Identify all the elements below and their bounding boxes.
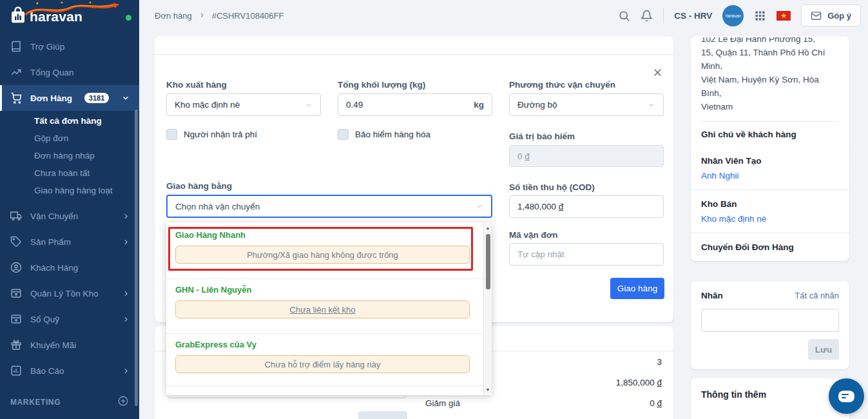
sidebar-item-label: Quản Lý Tồn Kho xyxy=(30,289,99,298)
customer-note-title: Ghi chú về khách hàng xyxy=(701,130,839,139)
tags-card: Nhãn Tất cả nhãn Lưu xyxy=(691,281,849,369)
receiver-pays-row: Người nhận trả phí xyxy=(166,129,257,140)
method-select[interactable]: Đường bộ xyxy=(509,93,664,116)
chevron-right-icon xyxy=(122,315,130,324)
sidebar-item-label: Báo Cáo xyxy=(30,366,64,376)
apps-grid-icon[interactable] xyxy=(754,10,766,22)
orders-count-badge: 3181 xyxy=(84,93,109,103)
insurance-value-label: Giá trị bảo hiểm xyxy=(509,132,575,141)
chevron-right-icon xyxy=(122,238,130,246)
summary-discount-value: 0 đ xyxy=(520,398,662,408)
carrier-warning-link[interactable]: Chưa liên kết kho xyxy=(290,305,356,315)
chevron-right-icon xyxy=(122,367,130,375)
sidebar-item-overview[interactable]: Tổng Quan xyxy=(0,59,139,85)
method-label: Phương thức vận chuyển xyxy=(509,80,615,90)
staff-link[interactable]: Anh Nghii xyxy=(701,171,839,180)
cod-input[interactable]: 1,480,000 đ xyxy=(509,195,664,218)
tags-header: Nhãn Tất cả nhãn xyxy=(701,291,839,300)
warehouse-select[interactable]: Kho mặc định nè xyxy=(166,93,321,116)
search-icon[interactable] xyxy=(618,10,630,22)
dropdown-divider xyxy=(166,385,483,386)
sidebar-item-customers[interactable]: Khách Hàng xyxy=(0,255,139,280)
carrier-warning-text: Chưa hỗ trợ điểm lấy hàng này xyxy=(265,360,381,369)
sidebar-item-shipping[interactable]: Vận Chuyển xyxy=(0,203,139,229)
notification-bell-icon[interactable] xyxy=(641,10,653,22)
avatar[interactable]: haravan xyxy=(722,5,744,26)
insurance-value-input: 0 đ xyxy=(509,145,664,167)
sale-warehouse-section: Kho Bán Kho mặc định nè xyxy=(691,190,849,233)
address-line-clipped: 102 Lê Đại Hành Phường 15, Phường xyxy=(701,37,839,46)
chat-bubble-button[interactable] xyxy=(829,378,864,414)
scroll-up-icon[interactable]: ▲ xyxy=(484,226,492,230)
tracking-input-wrap xyxy=(509,243,664,266)
address-line: Vietnam xyxy=(701,100,839,113)
feedback-button[interactable]: Góp ý xyxy=(801,5,861,26)
save-tags-button[interactable]: Lưu xyxy=(808,339,839,360)
sidebar-item-label: Khuyến Mãi xyxy=(30,340,76,350)
carrier-option-ghn-lien[interactable]: GHN - Liên Nguyễn xyxy=(175,285,251,295)
dropdown-scrollbar[interactable]: ▲ ▼ xyxy=(483,222,492,395)
discount-label: Giảm giá xyxy=(425,398,460,408)
carrier-option-ghn-nhanh[interactable]: Giao Hàng Nhanh xyxy=(175,230,246,240)
sale-warehouse-link[interactable]: Kho mặc định nè xyxy=(701,214,839,224)
sidebar-section-marketing[interactable]: MARKETING xyxy=(0,391,139,413)
close-icon[interactable] xyxy=(652,67,664,79)
weight-unit: kg xyxy=(474,100,484,110)
marketing-section-label: MARKETING xyxy=(10,398,61,407)
feedback-button-label: Góp ý xyxy=(827,11,851,21)
weight-input[interactable]: 0.49 kg xyxy=(338,93,492,116)
carrier-dropdown: Giao Hàng Nhanh Phường/Xã giao hàng khôn… xyxy=(166,222,492,395)
sidebar-item-reports[interactable]: Báo Cáo xyxy=(0,358,139,384)
convert-order-section[interactable]: Chuyển Đổi Đơn Hàng xyxy=(691,233,849,261)
tracking-input[interactable] xyxy=(517,249,655,259)
sidebar-item-promotions[interactable]: Khuyến Mãi xyxy=(0,332,139,358)
person-circle-icon xyxy=(10,262,22,273)
summary-quantity-value: 3 xyxy=(520,357,662,367)
orders-submenu: Tất cả đơn hàng Gộp đơn Đơn hàng nháp Ch… xyxy=(0,111,139,203)
sidebar-item-inventory[interactable]: Quản Lý Tồn Kho xyxy=(0,280,139,306)
address-line: Việt Nam, Huyện Kỳ Sơn, Hòa Bình, xyxy=(701,73,839,100)
cod-label: Số tiền thu hộ (COD) xyxy=(509,182,595,192)
sidebar-scrollbar[interactable] xyxy=(135,110,138,406)
plus-circle-icon[interactable] xyxy=(117,395,129,409)
envelope-icon xyxy=(811,10,822,21)
vietnam-flag-icon[interactable]: ★ xyxy=(776,11,791,21)
ship-button[interactable]: Giao hàng xyxy=(610,278,664,299)
chevron-right-icon xyxy=(122,289,130,298)
breadcrumb-orders-link[interactable]: Đơn hàng xyxy=(155,11,192,21)
tags-input[interactable] xyxy=(701,309,839,332)
clipped-save-button[interactable] xyxy=(358,411,407,419)
insurance-checkbox[interactable] xyxy=(338,129,349,140)
submenu-merge-orders[interactable]: Gộp đơn xyxy=(0,130,139,147)
carrier-select[interactable]: Chọn nhà vận chuyển xyxy=(166,195,492,218)
submenu-draft-orders[interactable]: Đơn hàng nháp xyxy=(0,147,139,164)
scrollbar-thumb[interactable] xyxy=(486,234,490,289)
sidebar-item-label: Khách Hàng xyxy=(30,263,78,273)
sidebar-item-products[interactable]: Sản Phẩm xyxy=(0,229,139,255)
scroll-down-icon[interactable]: ▼ xyxy=(484,387,492,392)
carrier-select-placeholder: Chọn nhà vận chuyển xyxy=(175,202,260,211)
sale-warehouse-title: Kho Bán xyxy=(701,199,839,209)
sidebar-item-help[interactable]: Trợ Giúp xyxy=(0,34,139,59)
sidebar-item-cashbook[interactable]: Sổ Quỹ xyxy=(0,306,139,332)
submenu-incomplete[interactable]: Chưa hoàn tất xyxy=(0,164,139,182)
sidebar-item-label: Đơn Hàng xyxy=(30,93,72,103)
sidebar-item-label: Vận Chuyển xyxy=(30,211,78,221)
logo[interactable]: haravan xyxy=(0,0,139,34)
submenu-all-orders[interactable]: Tất cả đơn hàng xyxy=(0,112,139,130)
sidebar: haravan Trợ Giúp Tổng Quan Đơn Hàng 3181 xyxy=(0,0,139,419)
staff-title: Nhân Viên Tạo xyxy=(701,156,839,166)
receiver-pays-checkbox[interactable] xyxy=(166,129,177,140)
carrier-option-grabexpress[interactable]: GrabExpress của Vy xyxy=(175,340,256,349)
sidebar-item-orders[interactable]: Đơn Hàng 3181 xyxy=(0,85,139,111)
chevron-down-icon xyxy=(648,101,655,109)
shipping-address-card: 102 Lê Đại Hành Phường 15, Phường 15, Qu… xyxy=(691,36,849,164)
account-name[interactable]: CS - HRV xyxy=(674,11,712,21)
dropdown-divider xyxy=(166,333,483,334)
weight-label: Tổng khối lượng (kg) xyxy=(338,80,425,90)
currency-symbol: đ xyxy=(559,202,564,211)
all-tags-link[interactable]: Tất cả nhãn xyxy=(795,291,839,300)
order-meta-card: Nhân Viên Tạo Anh Nghii Kho Bán Kho mặc … xyxy=(691,147,849,261)
chevron-down-icon xyxy=(305,101,313,109)
submenu-bulk-shipping[interactable]: Giao hàng hàng loạt xyxy=(0,182,139,199)
